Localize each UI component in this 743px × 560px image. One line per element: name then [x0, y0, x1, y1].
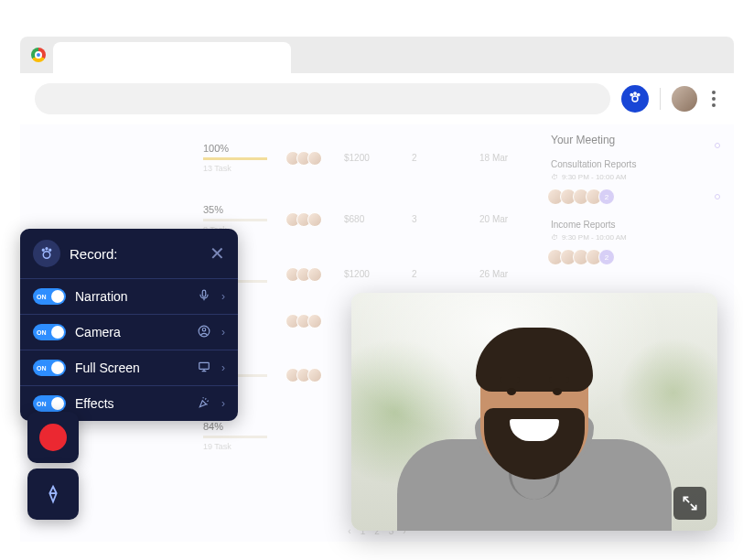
task-count: 2: [412, 269, 458, 279]
toggle-switch[interactable]: ON: [33, 395, 66, 412]
svg-rect-11: [199, 362, 210, 369]
task-amount: $1200: [344, 269, 390, 279]
extension-icon[interactable]: [621, 85, 649, 113]
task-date: 20 Mar: [479, 214, 525, 224]
timeline-dots: [715, 143, 720, 199]
close-icon[interactable]: ✕: [210, 242, 225, 264]
record-label: Camera: [75, 325, 187, 339]
meeting-section-label: Consultation Reports: [551, 159, 716, 169]
monitor-icon: [196, 361, 212, 376]
svg-point-1: [634, 92, 636, 94]
app-logo-icon: [33, 240, 60, 267]
svg-point-5: [46, 248, 48, 250]
expand-icon: [681, 494, 699, 512]
tab-strip: [20, 37, 734, 73]
progress-percent: 35%: [203, 204, 267, 215]
svg-point-2: [630, 93, 632, 95]
svg-point-4: [43, 252, 50, 259]
record-label: Effects: [75, 396, 187, 411]
meeting-time: 9:30 PM - 10:00 AM: [562, 173, 627, 181]
avatar-group: [289, 314, 322, 328]
record-title: Record:: [70, 246, 200, 262]
user-circle-icon: [196, 325, 212, 340]
chevron-right-icon[interactable]: ›: [221, 326, 225, 339]
chrome-icon: [31, 48, 46, 62]
progress-sub: 19 Task: [203, 442, 267, 451]
control-stack: [27, 412, 79, 520]
meeting-time: 9:30 PM - 10:00 AM: [562, 233, 627, 242]
webcam-preview[interactable]: [351, 293, 717, 531]
avatar-count: 2: [598, 249, 615, 265]
profile-avatar[interactable]: [672, 86, 697, 112]
task-amount: $1200: [344, 153, 390, 163]
record-label: Full Screen: [75, 361, 187, 375]
meeting-section-label: Income Reports: [551, 220, 716, 230]
address-bar[interactable]: [35, 83, 610, 114]
page-prev[interactable]: ‹: [348, 526, 350, 536]
mic-icon: [196, 289, 212, 305]
menu-icon[interactable]: [708, 87, 719, 111]
progress-sub: 13 Task: [203, 164, 267, 173]
toggle-switch[interactable]: ON: [33, 324, 66, 340]
progress-percent: 100%: [203, 143, 267, 154]
record-row-camera[interactable]: ON Camera ›: [20, 314, 238, 350]
task-count: 3: [412, 214, 458, 224]
svg-point-3: [638, 93, 640, 95]
avatar-count: 2: [598, 188, 615, 205]
record-row-narration[interactable]: ON Narration ›: [20, 278, 238, 314]
svg-point-0: [632, 96, 638, 102]
chevron-right-icon[interactable]: ›: [221, 397, 225, 410]
svg-point-10: [202, 328, 206, 331]
meeting-avatars: 2: [551, 188, 716, 205]
meeting-title: Your Meeting: [551, 134, 716, 146]
pen-icon: [43, 484, 63, 504]
confetti-icon: [196, 396, 212, 412]
progress-percent: 84%: [203, 421, 267, 432]
svg-point-6: [42, 249, 44, 251]
record-button[interactable]: [27, 412, 79, 463]
draw-button[interactable]: [27, 468, 79, 520]
chevron-right-icon[interactable]: ›: [221, 361, 225, 374]
task-count: 2: [412, 153, 458, 163]
svg-rect-8: [202, 290, 206, 296]
record-label: Narration: [75, 289, 187, 304]
record-header: Record: ✕: [20, 229, 238, 278]
svg-point-7: [49, 249, 51, 251]
task-amount: $680: [344, 214, 390, 224]
avatar-group: [289, 151, 322, 166]
record-row-fullscreen[interactable]: ON Full Screen ›: [20, 350, 238, 385]
avatar-group: [289, 212, 322, 227]
avatar-group: [289, 368, 322, 382]
browser-toolbar: [20, 73, 734, 124]
meeting-avatars: 2: [551, 249, 716, 265]
toggle-switch[interactable]: ON: [33, 288, 66, 305]
record-dot-icon: [39, 424, 67, 451]
meeting-panel: Your Meeting Consultation Reports ⏱9:30 …: [551, 134, 716, 280]
webcam-person: [388, 311, 681, 531]
task-date: 26 Mar: [479, 269, 525, 279]
task-date: 18 Mar: [479, 153, 525, 163]
browser-tab[interactable]: [53, 42, 291, 73]
divider: [660, 88, 661, 110]
record-panel: Record: ✕ ON Narration › ON Camera › ON …: [20, 229, 238, 421]
toggle-switch[interactable]: ON: [33, 360, 66, 376]
chevron-right-icon[interactable]: ›: [221, 290, 225, 303]
expand-button[interactable]: [673, 487, 706, 520]
avatar-group: [289, 267, 322, 282]
